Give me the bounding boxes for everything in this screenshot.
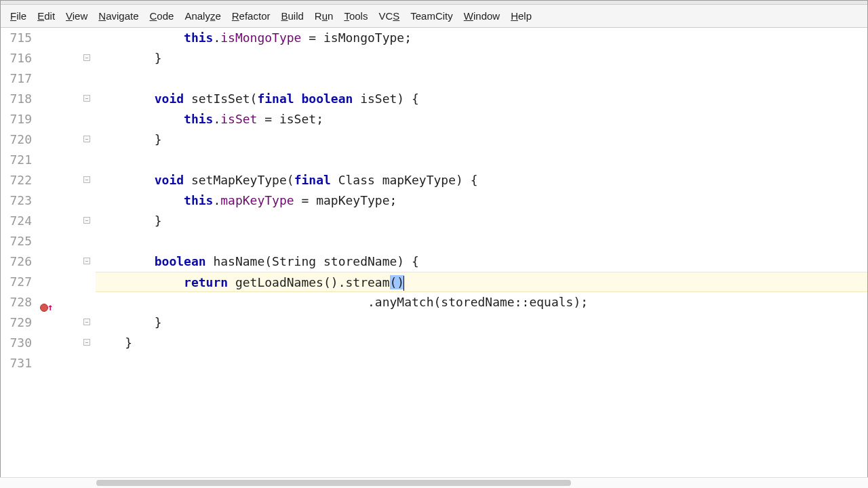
menu-file[interactable]: File xyxy=(5,7,32,24)
menu-run[interactable]: Run xyxy=(309,7,339,24)
fold-open-icon[interactable] xyxy=(83,95,90,102)
code-line[interactable]: this.mapKeyType = mapKeyType; xyxy=(96,190,867,211)
fold-open-icon[interactable] xyxy=(83,176,90,183)
line-number: 726 xyxy=(1,251,32,272)
code-line[interactable]: boolean hasName(String storedName) { xyxy=(96,251,867,272)
code-line[interactable]: void setIsSet(final boolean isSet) { xyxy=(96,89,867,109)
code-line[interactable] xyxy=(96,68,867,89)
menu-build[interactable]: Build xyxy=(275,7,309,24)
menu-bar: File Edit View Navigate Code Analyze Ref… xyxy=(1,5,867,28)
fold-close-icon[interactable] xyxy=(83,339,90,346)
code-line[interactable]: void setMapKeyType(final Class mapKeyTyp… xyxy=(96,170,867,190)
menu-analyze[interactable]: Analyze xyxy=(179,7,226,24)
line-number: 727 xyxy=(1,272,32,292)
menu-view[interactable]: View xyxy=(60,7,93,24)
line-number: 724 xyxy=(1,211,32,231)
line-number: 730 xyxy=(1,333,32,353)
code-line[interactable]: } xyxy=(96,48,867,68)
line-number: 721 xyxy=(1,150,32,170)
fold-close-icon[interactable] xyxy=(83,217,90,224)
line-number: 731 xyxy=(1,353,32,373)
code-line[interactable]: } xyxy=(96,312,867,333)
menu-window[interactable]: Window xyxy=(458,7,505,24)
matched-paren: ( xyxy=(390,275,397,289)
code-line[interactable]: this.isSet = isSet; xyxy=(96,109,867,129)
line-number-gutter: 715 716 717 718 719 720 721 722 723 724 … xyxy=(1,28,37,487)
code-line[interactable]: } xyxy=(96,333,867,353)
menu-edit[interactable]: Edit xyxy=(32,7,60,24)
fold-close-icon[interactable] xyxy=(83,54,90,61)
line-number: 718 xyxy=(1,89,32,109)
line-number: 722 xyxy=(1,170,32,190)
icon-gutter: ↑ xyxy=(37,28,90,487)
menu-refactor[interactable]: Refactor xyxy=(226,7,276,24)
code-line[interactable]: .anyMatch(storedName::equals); xyxy=(96,292,867,312)
code-line[interactable] xyxy=(96,353,867,373)
horizontal-scrollbar[interactable] xyxy=(0,477,868,488)
code-line[interactable] xyxy=(96,231,867,251)
code-line[interactable]: this.isMongoType = isMongoType; xyxy=(96,28,867,48)
line-number: 719 xyxy=(1,109,32,129)
menu-tools[interactable]: Tools xyxy=(338,7,373,24)
code-line[interactable]: } xyxy=(96,211,867,231)
menu-vcs[interactable]: VCS xyxy=(373,7,405,24)
code-line-current[interactable]: return getLoadNames().stream() xyxy=(96,272,867,292)
line-number: 723 xyxy=(1,190,32,211)
line-number: 720 xyxy=(1,129,32,150)
menu-teamcity[interactable]: TeamCity xyxy=(405,7,458,24)
scrollbar-thumb[interactable] xyxy=(96,480,571,486)
fold-close-icon[interactable] xyxy=(83,319,90,325)
line-number: 729 xyxy=(1,312,32,333)
text-cursor xyxy=(403,276,404,291)
code-area[interactable]: this.isMongoType = isMongoType; } void s… xyxy=(90,28,867,487)
menu-navigate[interactable]: Navigate xyxy=(93,7,144,24)
code-line[interactable] xyxy=(96,150,867,170)
code-editor[interactable]: 715 716 717 718 719 720 721 722 723 724 … xyxy=(1,28,867,487)
line-number: 715 xyxy=(1,28,32,48)
code-line[interactable]: } xyxy=(96,129,867,150)
fold-close-icon[interactable] xyxy=(83,136,90,142)
line-number: 717 xyxy=(1,68,32,89)
menu-code[interactable]: Code xyxy=(144,7,180,24)
line-number: 728 xyxy=(1,292,32,312)
line-number: 716 xyxy=(1,48,32,68)
menu-help[interactable]: Help xyxy=(505,7,537,24)
ide-window: File Edit View Navigate Code Analyze Ref… xyxy=(0,0,868,488)
fold-open-icon[interactable] xyxy=(83,258,90,264)
line-number: 725 xyxy=(1,231,32,251)
